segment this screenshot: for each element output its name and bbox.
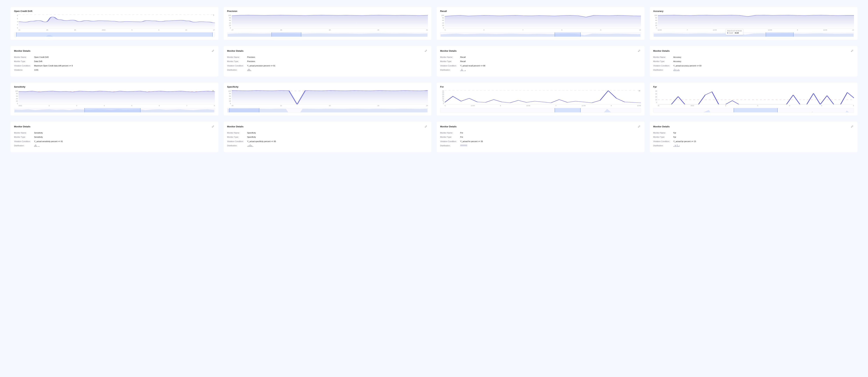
x-axis: 12:00712:00812:00912:0010 [658, 29, 854, 31]
y-tick: 40 [227, 98, 231, 99]
x-tick: 27 [232, 29, 234, 31]
detail-row: Monitor Type:Fnr [440, 136, 641, 138]
brush-range-selector[interactable] [227, 108, 428, 113]
brush-selection[interactable] [84, 108, 141, 112]
chart-area[interactable]: 403020100 31202223456 [653, 90, 854, 107]
x-tick: 2022 [690, 105, 694, 107]
distribution-sparkline [460, 69, 466, 71]
detail-value: Sensitivity [34, 132, 43, 134]
detail-row: Monitor Type:Sensitivity [14, 136, 215, 138]
detail-value: Y_actual fnr percent >= 35 [460, 140, 483, 143]
brush-range-selector[interactable] [653, 108, 854, 113]
detail-value: Recall [460, 60, 466, 62]
detail-value: 1191 [34, 69, 38, 71]
y-tick: 80 [14, 93, 18, 94]
brush-range-selector[interactable] [653, 32, 854, 37]
x-tick: 3 [76, 105, 77, 107]
chart-title: Specificity [227, 86, 428, 88]
detail-row: Distribution: [227, 144, 428, 147]
chart-title: Sensitivity [14, 86, 215, 88]
detail-value: Y_actual sensitivity percent <= 91 [34, 140, 63, 143]
edit-button[interactable] [424, 49, 428, 53]
y-tick: 15 [440, 97, 444, 99]
brush-selection[interactable] [734, 108, 778, 112]
detail-row: Monitor Name:Specificity [227, 132, 428, 134]
brush-range-selector[interactable] [227, 32, 428, 37]
chart-area[interactable]: 986420 2125292022591317 [14, 14, 215, 31]
x-tick: 4 [104, 105, 105, 107]
chart-area[interactable]: 100806040200 12:00712:00812:00912:001020… [653, 14, 854, 31]
brush-selection[interactable] [766, 32, 794, 37]
brush-selection[interactable] [555, 32, 581, 37]
pencil-icon [425, 50, 427, 52]
chart-title: Recall [440, 10, 641, 12]
detail-value: Specificity [247, 136, 256, 138]
detail-label: Monitor Name: [227, 56, 247, 58]
y-tick: 40 [227, 22, 231, 24]
brush-range-selector[interactable] [14, 108, 215, 113]
edit-button[interactable] [637, 124, 641, 128]
chart-area[interactable]: 91100806040200 20222345678 [14, 90, 215, 107]
chart-area[interactable]: 3535302520151050 512:00612:00712:00812:0… [440, 90, 641, 107]
detail-label: Monitor Name: [653, 132, 673, 134]
edit-button[interactable] [211, 124, 215, 128]
brush-selection[interactable] [229, 108, 259, 112]
chart-title: Fnr [440, 86, 641, 88]
detail-label: Violation Condition: [440, 140, 460, 143]
x-tick: 2 [725, 105, 726, 107]
detail-row: Violation Condition:Y_actual precision p… [227, 64, 428, 67]
x-tick: 9 [797, 29, 798, 31]
chart-area[interactable]: 100806040200 5678910 [440, 14, 641, 31]
chart-area[interactable]: 100806040200 2728293031 [227, 14, 428, 31]
detail-label: Monitor Type: [227, 60, 247, 62]
x-tick: 2022 [19, 105, 22, 107]
detail-row: Distribution: [440, 144, 641, 147]
detail-row: Violation Condition:Y_actual sensitivity… [14, 140, 215, 143]
x-tick: 31 [426, 29, 428, 31]
brush-selection[interactable] [272, 32, 302, 37]
detail-value: Accuracy [673, 60, 681, 62]
detail-label: Monitor Type: [14, 136, 34, 138]
brush-range-selector[interactable] [440, 108, 641, 113]
series-dot-icon [727, 32, 728, 33]
chart-title: Open Credit Drift [14, 10, 215, 12]
distribution-sparkline [673, 144, 680, 147]
detail-value: Y_actual accuracy percent <= 93 [673, 64, 702, 67]
y-tick: 80 [653, 17, 657, 19]
x-axis: 31202223456 [658, 105, 854, 107]
x-tick: 22 [329, 105, 331, 107]
detail-row: Monitor Type:Data Drift [14, 60, 215, 62]
brush-range-selector[interactable] [14, 32, 215, 37]
y-tick: 100 [14, 90, 18, 92]
detail-row: Monitor Type:Fpr [653, 136, 854, 138]
x-tick: 21 [280, 105, 282, 107]
brush-selection[interactable] [16, 32, 213, 37]
edit-button[interactable] [850, 49, 854, 53]
edit-button[interactable] [211, 49, 215, 53]
y-tick: 20 [440, 25, 444, 26]
y-tick: 20 [14, 100, 18, 102]
x-tick: 12:00 [637, 105, 641, 107]
x-tick: 6 [500, 105, 501, 107]
edit-button[interactable] [850, 124, 854, 128]
x-axis: 5678910 [445, 29, 641, 31]
tooltip-series-name: Count [729, 32, 733, 34]
detail-row: Distribution: [653, 69, 854, 71]
chart-area[interactable]: 95100806040200 2021222324 [227, 90, 428, 107]
monitor-details-title: Monitor Details [653, 125, 670, 128]
y-tick: 20 [653, 25, 657, 26]
x-tick: 8 [611, 105, 612, 107]
x-tick: 6 [853, 105, 854, 107]
edit-button[interactable] [424, 124, 428, 128]
detail-label: Violation Condition: [653, 140, 673, 143]
distribution-sparkline [247, 69, 251, 71]
y-axis: 403020100 [653, 90, 658, 105]
x-axis: 20222345678 [19, 105, 215, 107]
detail-row: Monitor Name:Accuracy [653, 56, 854, 58]
brush-range-selector[interactable] [440, 32, 641, 37]
y-tick: 30 [653, 93, 657, 95]
x-tick: 28 [280, 29, 282, 31]
brush-selection[interactable] [555, 108, 581, 112]
edit-button[interactable] [637, 49, 641, 53]
y-tick: 80 [227, 93, 231, 94]
